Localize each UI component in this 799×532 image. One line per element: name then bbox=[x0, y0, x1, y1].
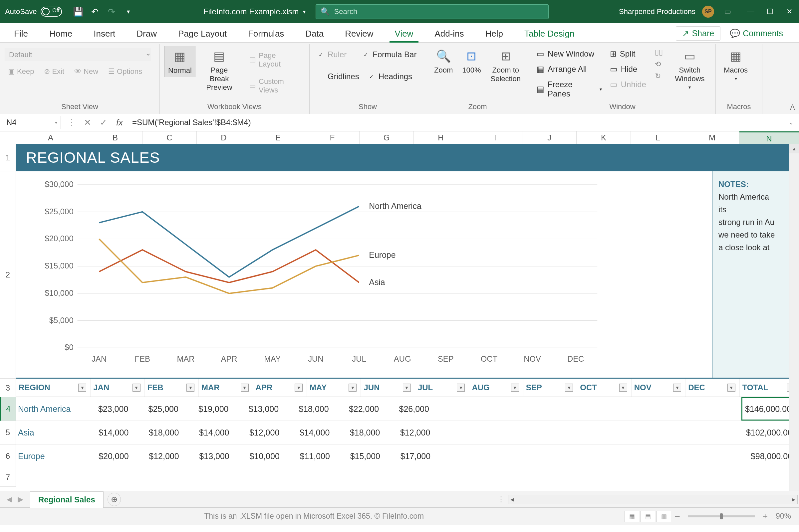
user-name[interactable]: Sharpened Productions bbox=[619, 7, 695, 16]
freeze-panes-button[interactable]: ▤Freeze Panes▾ bbox=[534, 78, 605, 100]
data-cell[interactable]: $26,000 bbox=[386, 397, 436, 420]
scroll-up-icon[interactable]: ▲ bbox=[789, 144, 799, 153]
tab-page-layout[interactable]: Page Layout bbox=[167, 25, 237, 42]
data-cell[interactable]: $14,000 bbox=[85, 421, 135, 444]
data-cell[interactable]: $12,000 bbox=[135, 444, 186, 468]
table-header-cell[interactable]: NOV▾ bbox=[632, 379, 686, 397]
table-header-cell[interactable]: SEP▾ bbox=[523, 379, 577, 397]
data-cell[interactable] bbox=[536, 397, 586, 420]
data-cell[interactable] bbox=[588, 421, 638, 444]
zoom-selection-button[interactable]: ⊞Zoom to Selection bbox=[487, 46, 524, 85]
page-break-view-icon[interactable]: ▥ bbox=[656, 511, 671, 522]
data-cell[interactable]: $20,000 bbox=[85, 444, 135, 468]
zoom-in-button[interactable]: + bbox=[759, 511, 771, 521]
maximize-button[interactable]: ☐ bbox=[760, 0, 780, 23]
save-icon[interactable]: 💾 bbox=[74, 7, 83, 16]
tab-help[interactable]: Help bbox=[475, 25, 514, 42]
region-cell[interactable]: Asia bbox=[16, 421, 85, 444]
arrange-all-button[interactable]: ▦Arrange All bbox=[534, 63, 605, 75]
data-cell[interactable] bbox=[638, 421, 688, 444]
table-header-cell[interactable]: AUG▾ bbox=[469, 379, 523, 397]
close-button[interactable]: ✕ bbox=[780, 0, 799, 23]
dropdown-icon[interactable]: ▾ bbox=[124, 7, 133, 16]
gridlines-checkbox[interactable]: Gridlines bbox=[314, 71, 362, 82]
zoom-out-button[interactable]: − bbox=[671, 511, 683, 522]
tab-view[interactable]: View bbox=[384, 25, 424, 42]
undo-icon[interactable]: ↶ bbox=[90, 7, 99, 16]
formula-input[interactable]: =SUM('Regional Sales'!$B4:$M4) bbox=[128, 118, 783, 127]
title-dropdown-icon[interactable]: ▾ bbox=[303, 8, 305, 15]
filter-icon[interactable]: ▾ bbox=[186, 384, 194, 392]
data-cell[interactable] bbox=[436, 397, 486, 420]
data-cell[interactable]: $23,000 bbox=[85, 397, 135, 420]
tab-home[interactable]: Home bbox=[39, 25, 83, 42]
data-cell[interactable] bbox=[638, 444, 688, 468]
data-cell[interactable]: $14,000 bbox=[185, 421, 236, 444]
data-cell[interactable] bbox=[586, 397, 636, 420]
filter-icon[interactable]: ▾ bbox=[619, 384, 627, 392]
data-cell[interactable]: $19,000 bbox=[185, 397, 235, 420]
column-header[interactable]: N bbox=[739, 131, 799, 144]
column-header[interactable]: H bbox=[414, 131, 468, 144]
data-cell[interactable] bbox=[689, 444, 744, 468]
data-cell[interactable]: $13,000 bbox=[186, 444, 236, 468]
filter-icon[interactable]: ▾ bbox=[295, 384, 303, 392]
switch-windows-button[interactable]: ▭Switch Windows▾ bbox=[669, 46, 711, 92]
sheet-view-select[interactable]: Default bbox=[5, 48, 151, 61]
table-header-cell[interactable]: JUL▾ bbox=[415, 379, 469, 397]
split-button[interactable]: ⊞Split bbox=[607, 48, 649, 60]
search-input[interactable]: 🔍 Search bbox=[316, 4, 549, 19]
filter-icon[interactable]: ▾ bbox=[241, 384, 249, 392]
filter-icon[interactable]: ▾ bbox=[673, 384, 681, 392]
page-layout-button[interactable]: ▥Page Layout bbox=[246, 49, 302, 71]
horizontal-scrollbar[interactable]: ◀ ▶ bbox=[508, 495, 798, 504]
table-header-cell[interactable]: APR▾ bbox=[253, 379, 307, 397]
data-cell[interactable]: $25,000 bbox=[135, 397, 185, 420]
column-header[interactable]: I bbox=[468, 131, 522, 144]
column-header[interactable]: D bbox=[197, 131, 251, 144]
data-cell[interactable]: $12,000 bbox=[236, 421, 286, 444]
table-header-cell[interactable]: MAY▾ bbox=[307, 379, 361, 397]
cancel-icon[interactable]: ✕ bbox=[79, 116, 95, 129]
macros-button[interactable]: ▦Macros▾ bbox=[721, 46, 751, 83]
table-header-cell[interactable]: MAR▾ bbox=[199, 379, 253, 397]
table-header-cell[interactable]: DEC▾ bbox=[686, 379, 739, 397]
data-cell[interactable] bbox=[588, 444, 638, 468]
row-header[interactable]: 1 bbox=[0, 144, 16, 171]
column-header[interactable]: E bbox=[251, 131, 305, 144]
tab-insert[interactable]: Insert bbox=[83, 25, 126, 42]
table-header-cell[interactable]: FEB▾ bbox=[145, 379, 199, 397]
options-icon[interactable]: ⋮ bbox=[63, 116, 79, 129]
normal-view-icon[interactable]: ▦ bbox=[625, 511, 639, 522]
data-cell[interactable]: $18,000 bbox=[135, 421, 185, 444]
table-header-cell[interactable]: REGION▾ bbox=[16, 379, 91, 397]
column-header[interactable]: A bbox=[13, 131, 88, 144]
filter-icon[interactable]: ▾ bbox=[132, 384, 141, 392]
filter-icon[interactable]: ▾ bbox=[349, 384, 356, 392]
zoom-button[interactable]: 🔍Zoom bbox=[431, 46, 456, 77]
data-cell[interactable]: $22,000 bbox=[336, 397, 386, 420]
data-cell[interactable]: $15,000 bbox=[337, 444, 387, 468]
minimize-button[interactable]: — bbox=[741, 0, 760, 23]
formula-bar-checkbox[interactable]: ✓Formula Bar bbox=[359, 49, 419, 60]
column-header[interactable]: G bbox=[359, 131, 414, 144]
user-avatar[interactable]: SP bbox=[702, 6, 714, 18]
data-cell[interactable] bbox=[437, 444, 487, 468]
sheet-nav[interactable]: ◀▶ bbox=[0, 495, 30, 504]
zoom-level[interactable]: 90% bbox=[771, 512, 796, 521]
reset-icon[interactable]: ↻ bbox=[655, 72, 663, 80]
new-window-button[interactable]: ▭New Window bbox=[534, 48, 605, 60]
name-box[interactable]: N4▾ bbox=[3, 116, 61, 129]
redo-icon[interactable]: ↷ bbox=[107, 7, 116, 16]
zoom-100-button[interactable]: ⊡100% bbox=[459, 46, 484, 77]
table-header-cell[interactable]: JUN▾ bbox=[361, 379, 415, 397]
region-cell[interactable]: North America bbox=[16, 397, 85, 420]
column-header[interactable]: K bbox=[577, 131, 631, 144]
data-cell[interactable]: $13,000 bbox=[235, 397, 286, 420]
row-header[interactable]: 5 bbox=[0, 421, 16, 444]
normal-view-button[interactable]: ▦Normal bbox=[165, 46, 196, 77]
zoom-slider[interactable] bbox=[688, 515, 755, 517]
data-cell[interactable] bbox=[688, 421, 743, 444]
row-header[interactable]: 7 bbox=[0, 468, 16, 487]
data-cell[interactable]: $17,000 bbox=[387, 444, 437, 468]
